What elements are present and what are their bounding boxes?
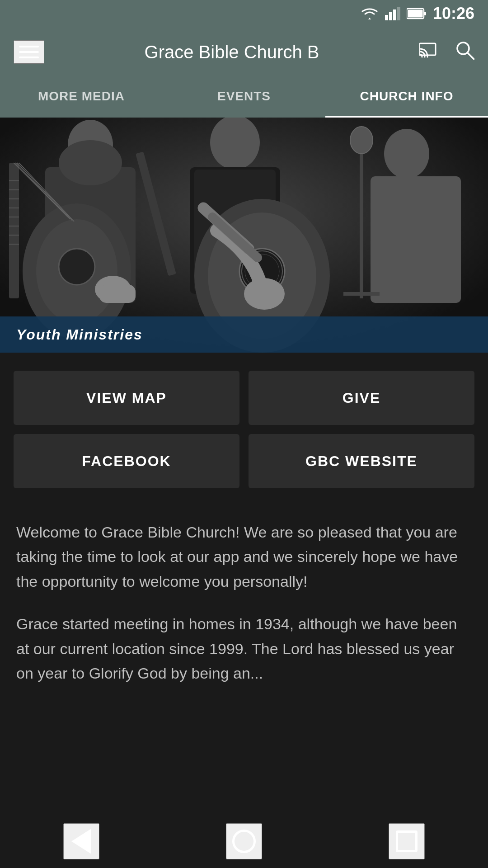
bottom-navigation [0,814,488,868]
hero-banner-text: Youth Ministries [16,326,143,343]
svg-rect-0 [385,15,388,20]
recents-button[interactable] [389,823,425,859]
hamburger-line-1 [19,46,39,47]
hero-banner: Youth Ministries [0,316,488,353]
svg-point-42 [244,278,285,310]
app-title: Grace Bible Church B [44,42,419,62]
svg-rect-3 [397,7,400,20]
home-icon [232,830,256,853]
svg-rect-6 [424,12,426,15]
svg-point-47 [350,127,373,154]
status-bar: 10:26 [0,0,488,27]
content-area: Welcome to Grace Bible Church! We are so… [0,506,488,717]
battery-icon [407,8,427,19]
svg-rect-1 [389,12,392,20]
gbc-website-button[interactable]: GBC WEBSITE [249,434,474,488]
top-navigation: Grace Bible Church B [0,27,488,77]
search-icon[interactable] [455,41,474,64]
svg-point-43 [384,129,429,179]
welcome-paragraph: Welcome to Grace Bible Church! We are so… [16,520,472,594]
facebook-button[interactable]: FACEBOOK [14,434,239,488]
home-button[interactable] [226,823,262,859]
tab-church-info[interactable]: CHURCH INFO [325,77,488,118]
svg-rect-5 [408,10,422,18]
signal-icon [385,7,400,20]
bottom-spacer [0,717,488,771]
svg-rect-44 [371,176,461,303]
svg-point-33 [210,118,260,170]
menu-button[interactable] [14,40,44,64]
wifi-icon [361,7,379,20]
hamburger-line-2 [19,51,39,53]
hamburger-line-3 [19,57,39,58]
buttons-row-2: FACEBOOK GBC WEBSITE [14,434,474,488]
svg-line-9 [468,53,474,59]
nav-icons [419,41,474,64]
tab-more-media[interactable]: MORE MEDIA [0,77,163,118]
recents-icon [396,830,418,852]
view-map-button[interactable]: VIEW MAP [14,371,239,425]
svg-point-14 [59,140,122,185]
hero-section: Youth Ministries [0,118,488,353]
give-button[interactable]: GIVE [249,371,474,425]
svg-rect-15 [9,163,19,298]
svg-rect-2 [393,9,396,20]
history-paragraph: Grace started meeting in homes in 1934, … [16,612,472,685]
back-icon [71,829,91,854]
svg-rect-32 [99,285,136,303]
status-time: 10:26 [433,4,474,23]
back-button[interactable] [63,823,99,859]
cast-icon[interactable] [419,42,439,63]
svg-point-26 [59,249,95,285]
buttons-row-1: VIEW MAP GIVE [14,371,474,425]
tab-events[interactable]: EVENTS [163,77,325,118]
buttons-area: VIEW MAP GIVE FACEBOOK GBC WEBSITE [0,353,488,506]
status-icons: 10:26 [361,4,474,23]
tab-navigation: MORE MEDIA EVENTS CHURCH INFO [0,77,488,118]
